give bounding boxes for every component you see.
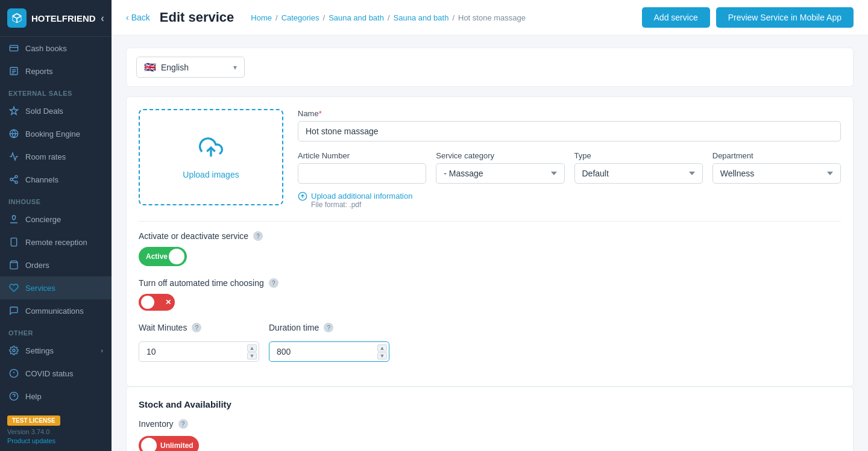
toggle-x-icon: ✕ [165, 298, 171, 306]
sidebar-item-room-rates[interactable]: Room rates [0, 145, 112, 168]
sidebar-item-cash-books[interactable]: Cash books [0, 37, 112, 60]
upload-images-area[interactable]: Upload images [139, 109, 283, 205]
sidebar-item-reports[interactable]: Reports [0, 60, 112, 82]
duration-time-up[interactable]: ▲ [377, 344, 387, 352]
breadcrumb-sauna-bath-1[interactable]: Sauna and bath [329, 13, 384, 22]
license-badge: TEST LICENSE [7, 415, 60, 426]
sidebar-footer: TEST LICENSE Version 3.74.0 Product upda… [0, 408, 112, 451]
wait-minutes-spinners: ▲ ▼ [247, 344, 257, 359]
svg-point-9 [15, 181, 17, 184]
stock-title: Stock and Availability [139, 399, 841, 409]
sidebar-item-label-orders: Orders [25, 261, 49, 270]
department-label: Department [712, 151, 841, 160]
upload-additional-link[interactable]: Upload additional information [311, 191, 412, 201]
activate-help-icon[interactable]: ? [253, 231, 263, 241]
wait-duration-row: Wait Minutes ? ▲ ▼ Duration time ? [139, 323, 841, 362]
duration-time-label: Duration time [269, 323, 319, 332]
channels-icon [8, 174, 19, 185]
duration-time-down[interactable]: ▼ [377, 352, 387, 359]
services-icon [8, 282, 19, 293]
activate-toggle[interactable]: Active [139, 247, 187, 266]
sidebar-item-label-room-rates: Room rates [25, 152, 66, 161]
preview-service-button[interactable]: Preview Service in Mobile App [716, 7, 854, 28]
sidebar-collapse-icon[interactable]: ‹ [101, 12, 104, 25]
activate-label: Activate or deactivate service [139, 231, 248, 241]
wait-minutes-up[interactable]: ▲ [247, 344, 257, 352]
upload-images-label: Upload images [183, 170, 239, 179]
sidebar-item-label-communications: Communications [25, 306, 84, 316]
back-label: Back [131, 13, 150, 22]
add-service-button[interactable]: Add service [642, 7, 710, 28]
svg-line-11 [13, 177, 16, 179]
logo-icon [7, 8, 27, 28]
language-selector-card: 🇬🇧 English ▾ [126, 48, 854, 87]
sidebar-item-label-cash-books: Cash books [25, 44, 67, 53]
breadcrumb-categories[interactable]: Categories [281, 13, 319, 22]
concierge-icon [8, 214, 19, 225]
sidebar-item-label-sold-deals: Sold Deals [25, 107, 63, 116]
name-label: Name* [298, 109, 841, 118]
sidebar-item-label-help: Help [25, 392, 42, 401]
duration-time-wrapper: ▲ ▼ [269, 341, 389, 362]
name-input[interactable] [298, 121, 841, 142]
sidebar-item-label-services: Services [25, 284, 55, 293]
settings-icon [8, 345, 19, 356]
automated-time-knob [141, 296, 154, 309]
comm-icon [8, 305, 19, 316]
sidebar-item-label-settings: Settings [25, 346, 54, 355]
wait-minutes-help-icon[interactable]: ? [192, 323, 201, 332]
sidebar-item-services[interactable]: Services [0, 276, 112, 299]
sidebar-item-label-channels: Channels [25, 175, 58, 184]
name-required: * [319, 109, 322, 118]
back-button[interactable]: ‹ Back [126, 13, 150, 22]
inventory-help-icon[interactable]: ? [178, 419, 188, 429]
wait-minutes-label-row: Wait Minutes ? [139, 323, 259, 332]
inhouse-label: INHOUSE [0, 191, 112, 208]
duration-time-group: Duration time ? ▲ ▼ [269, 323, 389, 362]
wait-minutes-wrapper: ▲ ▼ [139, 341, 259, 362]
sidebar-item-remote-reception[interactable]: Remote reception [0, 231, 112, 253]
department-col: Department Wellness [712, 151, 841, 184]
type-select[interactable]: Default [574, 163, 703, 184]
sidebar-item-settings[interactable]: Settings › [0, 339, 112, 362]
deals-icon [8, 105, 19, 116]
page-title: Edit service [160, 10, 234, 25]
automated-time-help-icon[interactable]: ? [269, 278, 278, 288]
sidebar-item-orders[interactable]: Orders [0, 253, 112, 276]
sidebar-item-covid-status[interactable]: COVID status [0, 362, 112, 385]
duration-time-input[interactable] [269, 341, 389, 362]
external-sales-label: EXTERNAL SALES [0, 82, 112, 99]
reports-icon [8, 66, 19, 76]
sidebar-item-sold-deals[interactable]: Sold Deals [0, 99, 112, 122]
breadcrumb-current: Hot stone massage [458, 13, 526, 22]
inventory-toggle[interactable]: Unlimited [139, 436, 199, 451]
sidebar-item-help[interactable]: Help [0, 385, 112, 408]
automated-time-toggle[interactable]: ✕ [139, 294, 175, 311]
automated-time-label: Turn off automated time choosing [139, 278, 264, 288]
sidebar-item-concierge[interactable]: Concierge [0, 208, 112, 231]
duration-time-help-icon[interactable]: ? [324, 323, 333, 332]
product-updates-link[interactable]: Product updates [7, 437, 55, 444]
department-select[interactable]: Wellness [712, 163, 841, 184]
language-selector[interactable]: 🇬🇧 English ▾ [136, 57, 245, 78]
automated-time-section: Turn off automated time choosing ? ✕ [139, 278, 841, 311]
service-category-select[interactable]: - Massage [436, 163, 564, 184]
svg-point-15 [13, 349, 15, 352]
article-number-input[interactable] [298, 163, 426, 184]
sidebar-item-channels[interactable]: Channels [0, 168, 112, 191]
wait-minutes-input[interactable] [139, 341, 259, 362]
orders-icon [8, 260, 19, 270]
automated-time-label-row: Turn off automated time choosing ? [139, 278, 841, 288]
inventory-label: Inventory [139, 419, 174, 429]
wait-minutes-down[interactable]: ▼ [247, 352, 257, 359]
wait-minutes-label: Wait Minutes [139, 323, 187, 332]
breadcrumb-home[interactable]: Home [251, 13, 272, 22]
sidebar-item-communications[interactable]: Communications [0, 299, 112, 322]
breadcrumb-sauna-bath-2[interactable]: Sauna and bath [394, 13, 449, 22]
back-chevron-icon: ‹ [126, 13, 129, 22]
cash-icon [8, 43, 19, 54]
sidebar-item-booking-engine[interactable]: Booking Engine [0, 122, 112, 145]
sidebar: HOTELFRIEND ‹ Cash books Reports EXTERNA… [0, 0, 112, 451]
svg-rect-0 [10, 45, 17, 51]
breadcrumb-sep-4: / [452, 13, 454, 22]
